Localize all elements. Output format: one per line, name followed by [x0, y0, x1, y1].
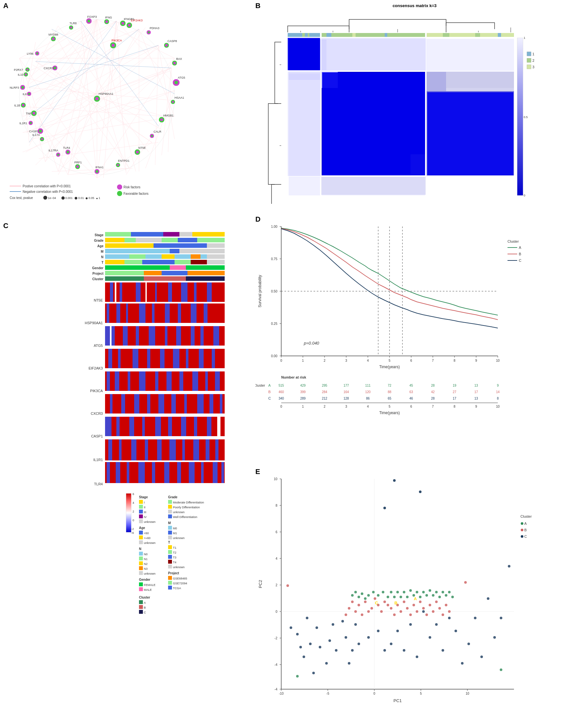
svg-line-8: [58, 58, 174, 172]
svg-rect-243: [129, 254, 145, 259]
svg-line-59: [68, 19, 97, 175]
svg-rect-355: [169, 439, 176, 461]
svg-text:340: 340: [279, 397, 284, 400]
svg-point-95: [116, 163, 120, 167]
svg-point-620: [448, 617, 450, 619]
svg-rect-335: [220, 394, 222, 414]
svg-rect-386: [139, 515, 143, 518]
svg-rect-261: [204, 271, 225, 275]
svg-text:IL1R1: IL1R1: [93, 458, 103, 462]
svg-rect-400: [139, 530, 143, 535]
svg-text:MYD88: MYD88: [49, 33, 58, 36]
svg-rect-234: [168, 243, 194, 248]
svg-line-11: [116, 21, 174, 84]
svg-point-666: [286, 584, 289, 587]
svg-text:9: 9: [475, 359, 477, 362]
svg-rect-173: [443, 33, 449, 37]
svg-rect-318: [155, 371, 158, 391]
svg-text:0.001: 0.001: [65, 197, 73, 200]
svg-point-657: [354, 610, 357, 613]
svg-rect-264: [144, 276, 186, 281]
svg-rect-433: [168, 565, 172, 569]
svg-rect-221: [131, 232, 163, 236]
svg-rect-274: [194, 283, 196, 302]
svg-text:42: 42: [431, 390, 435, 394]
svg-point-649: [419, 600, 421, 603]
svg-text:NT5E: NT5E: [94, 298, 103, 302]
svg-rect-306: [147, 349, 150, 368]
svg-text:C: C: [519, 259, 521, 262]
svg-point-150: [75, 197, 77, 200]
svg-point-109: [20, 85, 25, 90]
svg-rect-170: [352, 33, 356, 37]
svg-rect-229: [178, 238, 197, 242]
svg-text:Cluster: Cluster: [507, 239, 519, 243]
svg-rect-214: [527, 58, 531, 62]
svg-point-125: [24, 72, 28, 77]
svg-rect-414: [139, 552, 143, 555]
svg-rect-391: [168, 500, 172, 504]
svg-point-600: [290, 626, 292, 629]
svg-rect-227: [105, 238, 125, 242]
svg-point-644: [403, 600, 405, 603]
svg-rect-240: [180, 249, 225, 253]
svg-text:PIK3CA: PIK3CA: [112, 39, 122, 42]
svg-text:Gender: Gender: [92, 266, 104, 270]
svg-point-607: [348, 662, 350, 665]
svg-point-693: [442, 591, 444, 593]
svg-text:GSE68465: GSE68465: [173, 577, 187, 580]
svg-rect-270: [136, 283, 141, 302]
svg-text:120: 120: [365, 390, 371, 394]
svg-rect-382: [139, 505, 143, 509]
svg-rect-197: [321, 38, 426, 71]
svg-text:10: 10: [496, 405, 500, 408]
svg-point-611: [416, 655, 418, 658]
svg-point-681: [419, 596, 421, 598]
svg-text:Cox test, pvalue: Cox test, pvalue: [10, 196, 33, 200]
svg-text:IFNG: IFNG: [105, 16, 112, 19]
svg-point-632: [364, 600, 366, 603]
svg-point-614: [455, 630, 457, 632]
svg-text:Postive correlation with P<0.0: Postive correlation with P<0.0001: [23, 184, 71, 188]
svg-rect-224: [192, 232, 225, 236]
svg-text:unknown: unknown: [144, 520, 156, 523]
svg-point-596: [306, 617, 308, 619]
svg-point-686: [435, 591, 438, 593]
svg-point-669: [377, 594, 380, 597]
svg-rect-188: [427, 38, 514, 72]
svg-point-83: [172, 60, 177, 66]
svg-text:T: T: [168, 541, 170, 544]
svg-rect-233: [105, 243, 154, 248]
svg-point-680: [416, 591, 418, 593]
svg-text:295: 295: [322, 384, 327, 387]
svg-line-1: [97, 19, 174, 58]
svg-text:N1: N1: [144, 557, 148, 561]
svg-text:0.05: 0.05: [88, 197, 94, 200]
svg-point-687: [364, 597, 366, 600]
svg-text:PIK3CA: PIK3CA: [90, 389, 103, 393]
svg-text:5: 5: [420, 692, 422, 695]
svg-point-629: [393, 479, 396, 482]
svg-rect-260: [162, 271, 188, 275]
svg-text:88: 88: [388, 390, 391, 394]
svg-point-641: [393, 614, 396, 616]
svg-rect-273: [181, 283, 188, 302]
svg-rect-320: [180, 371, 183, 391]
svg-rect-436: [139, 582, 143, 586]
svg-rect-314: [107, 371, 110, 391]
svg-rect-295: [165, 326, 167, 345]
svg-point-610: [403, 649, 405, 652]
svg-rect-168: [322, 33, 425, 37]
svg-point-621: [435, 623, 438, 626]
svg-rect-407: [168, 526, 172, 530]
svg-point-158: [117, 191, 122, 196]
svg-text:TLR4: TLR4: [94, 482, 103, 486]
svg-rect-198: [288, 71, 321, 176]
svg-point-588: [303, 655, 305, 658]
svg-point-692: [438, 596, 441, 598]
svg-point-647: [412, 604, 415, 606]
svg-text:C: C: [268, 396, 271, 400]
svg-rect-353: [145, 439, 148, 461]
svg-line-64: [29, 19, 97, 78]
svg-text:C: C: [144, 611, 146, 614]
